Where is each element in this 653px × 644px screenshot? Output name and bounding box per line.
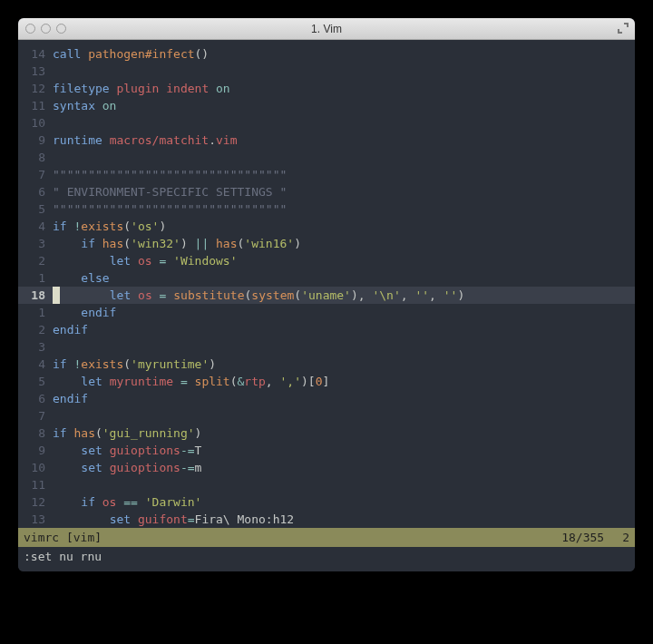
code-content	[53, 407, 635, 424]
cursor	[53, 287, 60, 304]
code-content	[53, 114, 635, 132]
code-line[interactable]: 4if !exists('os')	[18, 218, 635, 235]
code-content: """""""""""""""""""""""""""""""""	[53, 166, 635, 183]
code-content: filetype plugin indent on	[53, 80, 635, 97]
line-number: 8	[18, 424, 53, 442]
line-number: 18	[18, 287, 53, 304]
window-title: 1. Vim	[18, 23, 635, 35]
code-line[interactable]: 5 let myruntime = split(&rtp, ',')[0]	[18, 373, 635, 390]
line-number: 7	[18, 166, 53, 183]
code-content: if has('gui_running')	[53, 424, 635, 442]
line-number: 2	[18, 252, 53, 269]
code-line[interactable]: 12filetype plugin indent on	[18, 80, 635, 97]
status-position: 18/355	[561, 530, 604, 545]
line-number: 4	[18, 218, 53, 235]
code-content: let os = 'Windows'	[53, 252, 635, 269]
editor-area[interactable]: 14call pathogen#infect()1312filetype plu…	[18, 40, 635, 528]
line-number: 8	[18, 149, 53, 166]
code-content: runtime macros/matchit.vim	[53, 132, 635, 149]
code-line[interactable]: 13	[18, 63, 635, 80]
code-line[interactable]: 3	[18, 338, 635, 356]
line-number: 11	[18, 476, 53, 493]
code-content: syntax on	[53, 97, 635, 114]
code-line[interactable]: 9 set guioptions-=T	[18, 442, 635, 459]
code-line[interactable]: 11	[18, 476, 635, 493]
line-number: 1	[18, 304, 53, 321]
line-number: 13	[18, 63, 53, 80]
line-number: 10	[18, 114, 53, 132]
code-content: set guioptions-=m	[53, 459, 635, 476]
code-line[interactable]: 4if !exists('myruntime')	[18, 356, 635, 373]
line-number: 4	[18, 356, 53, 373]
code-line[interactable]: 2endif	[18, 321, 635, 338]
line-number: 10	[18, 459, 53, 476]
code-line[interactable]: 5"""""""""""""""""""""""""""""""""	[18, 200, 635, 218]
code-content	[53, 149, 635, 166]
zoom-icon[interactable]	[56, 24, 66, 34]
code-line[interactable]: 10 set guioptions-=m	[18, 459, 635, 476]
vim-window: 1. Vim 14call pathogen#infect()1312filet…	[18, 18, 635, 571]
titlebar[interactable]: 1. Vim	[18, 18, 635, 40]
code-content: endif	[53, 321, 635, 338]
code-line[interactable]: 2 let os = 'Windows'	[18, 252, 635, 269]
close-icon[interactable]	[25, 24, 35, 34]
code-content	[53, 476, 635, 493]
line-number: 6	[18, 183, 53, 200]
line-number: 13	[18, 511, 53, 528]
status-filename: vimrc [vim]	[24, 530, 561, 545]
code-line[interactable]: 18 let os = substitute(system('uname'), …	[18, 287, 635, 304]
code-content: " ENVIRONMENT-SPECIFIC SETTINGS "	[53, 183, 635, 200]
code-line[interactable]: 6" ENVIRONMENT-SPECIFIC SETTINGS "	[18, 183, 635, 200]
code-line[interactable]: 3 if has('win32') || has('win16')	[18, 235, 635, 252]
code-line[interactable]: 12 if os == 'Darwin'	[18, 493, 635, 511]
code-line[interactable]: 7"""""""""""""""""""""""""""""""""	[18, 166, 635, 183]
code-content: call pathogen#infect()	[53, 45, 635, 63]
code-line[interactable]: 14call pathogen#infect()	[18, 45, 635, 63]
code-line[interactable]: 6endif	[18, 390, 635, 407]
line-number: 12	[18, 493, 53, 511]
code-line[interactable]: 11syntax on	[18, 97, 635, 114]
line-number: 1	[18, 269, 53, 287]
minimize-icon[interactable]	[41, 24, 51, 34]
code-content: if !exists('os')	[53, 218, 635, 235]
line-number: 9	[18, 132, 53, 149]
code-content: let myruntime = split(&rtp, ',')[0]	[53, 373, 635, 390]
code-line[interactable]: 8	[18, 149, 635, 166]
code-content: else	[53, 269, 635, 287]
code-content: if os == 'Darwin'	[53, 493, 635, 511]
code-line[interactable]: 13 set guifont=Fira\ Mono:h12	[18, 511, 635, 528]
line-number: 9	[18, 442, 53, 459]
line-number: 3	[18, 235, 53, 252]
maximize-icon[interactable]	[617, 22, 629, 34]
code-content: """""""""""""""""""""""""""""""""	[53, 200, 635, 218]
line-number: 2	[18, 321, 53, 338]
code-content: endif	[53, 304, 635, 321]
line-number: 11	[18, 97, 53, 114]
line-number: 3	[18, 338, 53, 356]
code-content: set guioptions-=T	[53, 442, 635, 459]
code-line[interactable]: 8if has('gui_running')	[18, 424, 635, 442]
code-content: endif	[53, 390, 635, 407]
code-content: if !exists('myruntime')	[53, 356, 635, 373]
code-content: if has('win32') || has('win16')	[53, 235, 635, 252]
code-content: let os = substitute(system('uname'), '\n…	[53, 287, 635, 304]
code-content	[53, 63, 635, 80]
code-line[interactable]: 7	[18, 407, 635, 424]
code-line[interactable]: 9runtime macros/matchit.vim	[18, 132, 635, 149]
line-number: 12	[18, 80, 53, 97]
status-bar: vimrc [vim] 18/355 2	[18, 528, 635, 547]
traffic-lights	[25, 24, 66, 34]
line-number: 5	[18, 373, 53, 390]
status-column: 2	[622, 530, 629, 545]
line-number: 6	[18, 390, 53, 407]
code-content	[53, 338, 635, 356]
code-line[interactable]: 1 endif	[18, 304, 635, 321]
code-line[interactable]: 10	[18, 114, 635, 132]
line-number: 5	[18, 200, 53, 218]
code-content: set guifont=Fira\ Mono:h12	[53, 511, 635, 528]
line-number: 14	[18, 45, 53, 63]
line-number: 7	[18, 407, 53, 424]
code-line[interactable]: 1 else	[18, 269, 635, 287]
command-line[interactable]: :set nu rnu	[18, 547, 635, 571]
